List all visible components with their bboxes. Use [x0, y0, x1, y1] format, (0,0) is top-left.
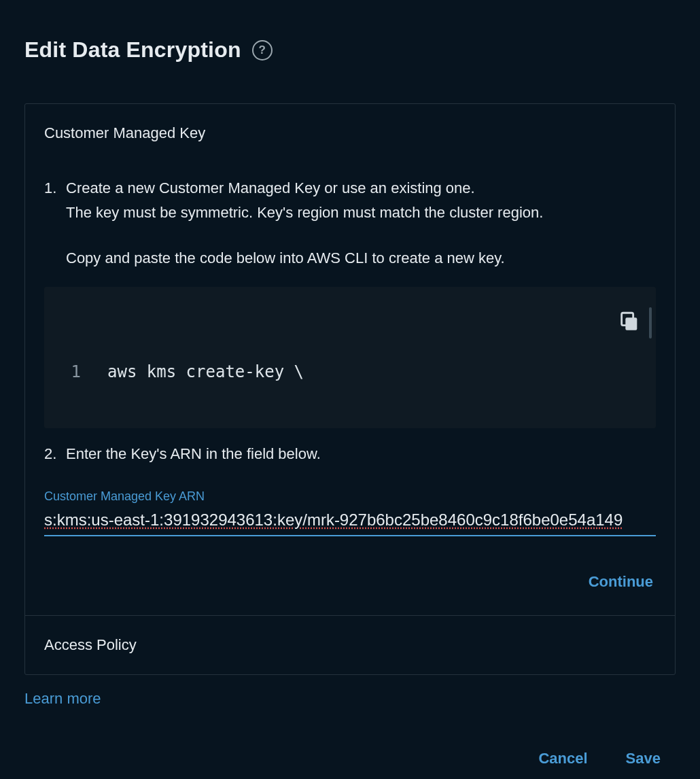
step-1: 1. Create a new Customer Managed Key or …: [44, 176, 656, 201]
code-text: aws kms create-key \: [107, 359, 304, 385]
copy-icon[interactable]: [618, 310, 641, 333]
cmk-card-header[interactable]: Customer Managed Key: [25, 104, 675, 149]
step-1-text-line1: Create a new Customer Managed Key or use…: [66, 176, 475, 201]
step-1-number: 1.: [44, 176, 60, 201]
cancel-button[interactable]: Cancel: [536, 746, 590, 772]
page-title: Edit Data Encryption: [24, 37, 241, 63]
step-2-text: Enter the Key's ARN in the field below.: [66, 442, 321, 466]
step-1-text-line2: The key must be symmetric. Key's region …: [44, 201, 656, 225]
access-policy-card: Access Policy: [25, 615, 675, 674]
title-row: Edit Data Encryption ?: [24, 37, 676, 63]
code-line-1: 1 aws kms create-key \: [62, 359, 638, 385]
save-button[interactable]: Save: [623, 746, 663, 772]
footer-actions: Cancel Save: [24, 746, 676, 772]
arn-field-label: Customer Managed Key ARN: [44, 489, 656, 504]
settings-panel: Customer Managed Key 1. Create a new Cus…: [24, 103, 676, 675]
cmk-card: Customer Managed Key 1. Create a new Cus…: [25, 104, 675, 615]
scrollbar[interactable]: [649, 307, 652, 339]
step-1-note: Copy and paste the code below into AWS C…: [44, 246, 656, 271]
line-number: 1: [62, 359, 97, 385]
learn-more-link[interactable]: Learn more: [24, 690, 101, 708]
cmk-card-body: 1. Create a new Customer Managed Key or …: [25, 149, 675, 615]
step-2: 2. Enter the Key's ARN in the field belo…: [44, 442, 656, 466]
svg-rect-0: [625, 317, 637, 330]
access-policy-card-header[interactable]: Access Policy: [25, 616, 675, 674]
arn-input[interactable]: [44, 508, 656, 536]
arn-field: Customer Managed Key ARN: [44, 489, 656, 536]
code-block: 1 aws kms create-key \ 2 --tags TagKey=P…: [44, 287, 656, 428]
step-2-number: 2.: [44, 442, 60, 466]
continue-button[interactable]: Continue: [586, 569, 656, 595]
help-icon[interactable]: ?: [252, 40, 273, 60]
